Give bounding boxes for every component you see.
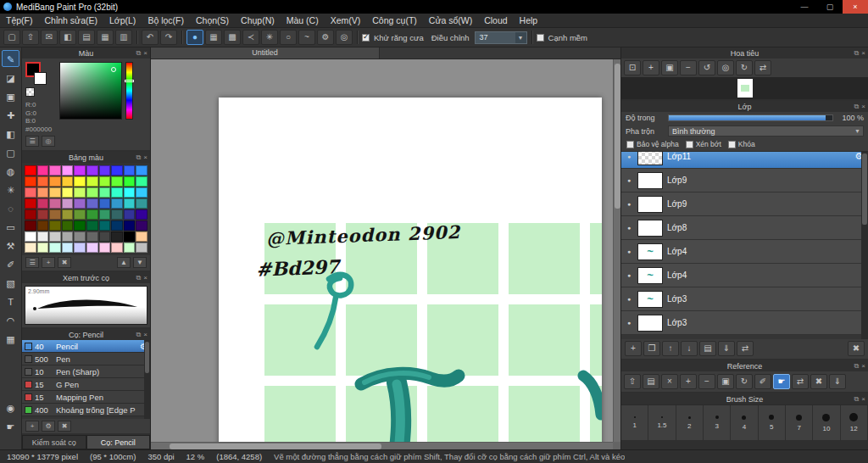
layer-up-icon[interactable]: ↑	[662, 341, 679, 356]
layer-visibility-icon[interactable]: ●	[625, 177, 633, 183]
add-layer-icon[interactable]: +	[625, 341, 642, 356]
palette-swatch[interactable]	[49, 176, 61, 187]
menu-snap[interactable]: Chụp(N)	[235, 14, 281, 27]
save-icon[interactable]: ⇓	[829, 374, 846, 389]
document-tab[interactable]: Untitled	[151, 47, 380, 59]
canvas-horizontal-scrollbar[interactable]	[151, 442, 613, 449]
layer-visibility-icon[interactable]: ●	[625, 153, 633, 159]
palette-swatch[interactable]	[37, 232, 49, 242]
palette-swatch[interactable]	[62, 187, 74, 198]
fit-view-icon[interactable]: ⊡	[624, 60, 641, 75]
material-icon[interactable]: ◧	[59, 30, 76, 45]
palette-swatch[interactable]	[37, 198, 49, 209]
palette-swatch[interactable]	[62, 198, 74, 209]
palette-swatch[interactable]	[62, 243, 74, 253]
clear-icon[interactable]: ✖	[810, 374, 827, 389]
palette-swatch[interactable]	[49, 165, 61, 176]
palette-swatch[interactable]	[25, 232, 36, 242]
tab-brush-control[interactable]: Kiểm soát cọ	[22, 435, 86, 449]
duplicate-layer-icon[interactable]: ❐	[643, 341, 660, 356]
palette-swatch[interactable]	[74, 187, 86, 198]
transfer-layer-icon[interactable]: ⇄	[737, 341, 754, 356]
popout-icon[interactable]: ⧉	[854, 394, 860, 404]
palette-swatch[interactable]	[49, 243, 61, 253]
lasso-tool[interactable]: ◠	[2, 311, 19, 328]
folder-icon[interactable]: ▤	[643, 374, 659, 389]
brush-size-option[interactable]: 1.5	[648, 405, 676, 441]
brush-size-option[interactable]: 10	[813, 405, 840, 441]
layer-item[interactable]: ●Lớp3	[621, 311, 868, 335]
export-icon[interactable]: ⇧	[22, 30, 39, 45]
palette-swatch[interactable]	[99, 198, 111, 209]
menu-filter[interactable]: Bộ lọc(F)	[142, 14, 190, 27]
dot-tool[interactable]: ▣	[2, 87, 19, 104]
palette-swatch[interactable]	[99, 209, 111, 220]
palette-swatch[interactable]	[136, 198, 147, 209]
brush-size-option[interactable]: 2	[676, 405, 704, 441]
move-color-up-icon[interactable]: ▲	[117, 257, 131, 268]
palette-swatch[interactable]	[99, 176, 111, 187]
comment-icon[interactable]: ✉	[41, 30, 58, 45]
palette-swatch[interactable]	[111, 165, 123, 176]
fill-tool[interactable]: ◧	[2, 125, 19, 142]
move-tool[interactable]: ✚	[2, 106, 19, 123]
palette-swatch[interactable]	[111, 243, 123, 253]
undo-icon[interactable]: ↶	[142, 30, 159, 45]
palette-swatch[interactable]	[99, 187, 111, 198]
operation-tool[interactable]: ⚒	[2, 237, 19, 254]
palette-swatch[interactable]	[74, 176, 86, 187]
palette-swatch[interactable]	[124, 243, 136, 253]
text-tool[interactable]: T	[2, 293, 19, 310]
palette-swatch[interactable]	[37, 187, 49, 198]
snap-settings-icon[interactable]: ⚙	[317, 30, 334, 45]
delete-color-icon[interactable]: ✖	[58, 257, 71, 268]
palette-swatch[interactable]	[62, 232, 74, 242]
magic-wand-tool[interactable]: ✳	[2, 181, 19, 198]
palette-swatch[interactable]	[86, 220, 98, 231]
palette-swatch[interactable]	[37, 243, 49, 253]
palette-swatch[interactable]	[111, 209, 123, 220]
lock-checkbox[interactable]	[728, 141, 736, 148]
navigator-preview[interactable]	[621, 77, 868, 99]
popout-icon[interactable]: ⧉	[136, 273, 142, 282]
layer-item[interactable]: ●~Lớp4	[621, 264, 868, 287]
palette-swatch[interactable]	[136, 187, 147, 198]
pattern-icon[interactable]: ▦	[205, 30, 222, 45]
palette-swatch[interactable]	[62, 165, 74, 176]
close-icon[interactable]: ×	[143, 48, 147, 58]
move-color-down-icon[interactable]: ▼	[133, 257, 147, 268]
palette-swatch[interactable]	[136, 232, 147, 242]
palette-swatch[interactable]	[111, 198, 123, 209]
canvas[interactable]: @Minteodon 2902 #Bd297	[219, 98, 602, 449]
flip-icon[interactable]: ⇄	[792, 374, 809, 389]
layer-visibility-icon[interactable]: ●	[625, 296, 633, 302]
palette-swatch[interactable]	[62, 220, 74, 231]
palette-swatch[interactable]	[111, 187, 123, 198]
layer-visibility-icon[interactable]: ●	[625, 320, 633, 326]
rect-select-tool[interactable]: ▭	[2, 218, 19, 235]
zoom-in-icon[interactable]: +	[643, 60, 659, 75]
popout-icon[interactable]: ⧉	[854, 361, 860, 371]
palette-swatch[interactable]	[74, 243, 86, 253]
palette-swatch[interactable]	[49, 220, 61, 231]
brush-item[interactable]: 10Pen (Sharp)	[22, 365, 150, 378]
adjust-select[interactable]: 37 ▼	[475, 31, 527, 44]
soft-edge-checkbox[interactable]	[537, 34, 544, 42]
scrollbar-thumb[interactable]	[145, 342, 149, 373]
workspace[interactable]: @Minteodon 2902 #Bd297	[151, 59, 620, 449]
palette-swatch[interactable]	[25, 187, 36, 198]
brush-size-option[interactable]: 12	[841, 405, 868, 441]
layer-item[interactable]: ●Lớp9	[621, 192, 868, 216]
saturation-value-picker[interactable]	[59, 62, 122, 120]
menu-cloud[interactable]: Cloud	[478, 14, 513, 27]
close-icon[interactable]: ×	[861, 102, 865, 111]
palette-list-icon[interactable]: ☰	[25, 257, 39, 268]
palette-swatch[interactable]	[86, 232, 98, 242]
palette-swatch[interactable]	[124, 209, 136, 220]
lock-option[interactable]: Khóa	[728, 140, 755, 148]
palette-swatch[interactable]	[124, 165, 136, 176]
palette-swatch[interactable]	[25, 198, 36, 209]
brush-tip-icon[interactable]: ●	[186, 30, 203, 45]
palette-swatch[interactable]	[99, 243, 111, 253]
close-button[interactable]: ×	[843, 0, 868, 14]
